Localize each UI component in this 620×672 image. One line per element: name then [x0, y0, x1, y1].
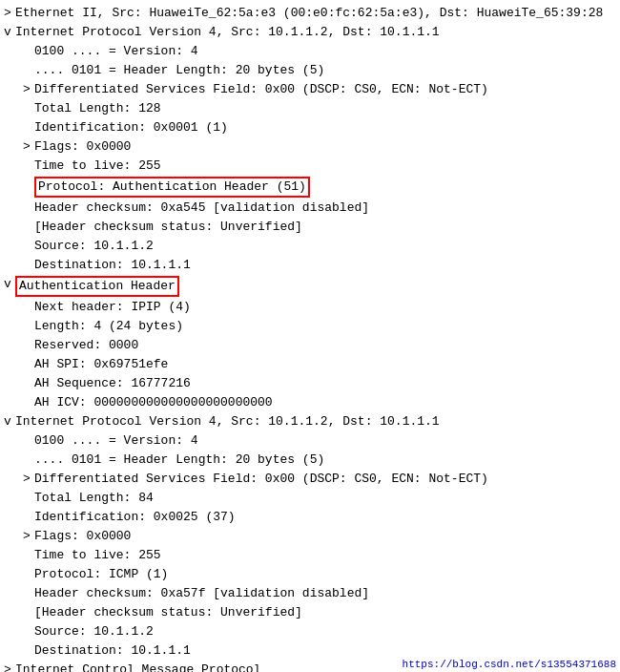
- tree-line[interactable]: vAuthentication Header: [0, 275, 620, 298]
- tree-label: Authentication Header: [15, 276, 179, 297]
- tree-line[interactable]: Protocol: ICMP (1): [0, 565, 620, 584]
- tree-toggle[interactable]: >: [23, 138, 34, 156]
- indent-spacer: [0, 238, 23, 255]
- indent-spacer: [0, 337, 23, 354]
- tree-line[interactable]: Identification: 0x0025 (37): [0, 508, 620, 527]
- indent-spacer: [0, 158, 23, 175]
- tree-label: [Header checksum status: Unverified]: [34, 604, 302, 621]
- tree-line[interactable]: Destination: 10.1.1.1: [0, 641, 620, 661]
- tree-line[interactable]: vInternet Protocol Version 4, Src: 10.1.…: [0, 412, 620, 431]
- indent-spacer: [0, 623, 23, 640]
- indent-spacer: [0, 452, 23, 469]
- indent-spacer: [0, 432, 23, 450]
- indent-spacer: [0, 566, 23, 583]
- tree-line[interactable]: Time to live: 255: [0, 546, 620, 565]
- indent-spacer: [0, 471, 23, 488]
- indent-spacer: [0, 219, 23, 236]
- tree-line[interactable]: Next header: IPIP (4): [0, 298, 620, 317]
- tree-line[interactable]: Header checksum: 0xa545 [validation disa…: [0, 199, 620, 218]
- tree-label: Internet Protocol Version 4, Src: 10.1.1…: [15, 413, 440, 430]
- tree-label: Protocol: ICMP (1): [34, 566, 168, 583]
- tree-label: Identification: 0x0025 (37): [34, 509, 236, 526]
- tree-line[interactable]: AH Sequence: 16777216: [0, 374, 620, 393]
- tree-toggle[interactable]: >: [4, 5, 15, 22]
- tree-label: Time to live: 255: [34, 158, 161, 175]
- tree-label: AH SPI: 0x69751efe: [34, 356, 168, 373]
- tree-line[interactable]: >Flags: 0x0000: [0, 527, 620, 546]
- tree-line[interactable]: 0100 .... = Version: 4: [0, 42, 620, 61]
- tree-toggle[interactable]: v: [4, 413, 15, 430]
- indent-spacer: [0, 318, 23, 335]
- tree-toggle[interactable]: v: [4, 276, 15, 293]
- tree-line[interactable]: >Ethernet II, Src: HuaweiTe_62:5a:e3 (00…: [0, 4, 620, 23]
- tree-line[interactable]: Header checksum: 0xa57f [validation disa…: [0, 584, 620, 603]
- highlighted-label: Protocol: Authentication Header (51): [34, 177, 310, 198]
- indent-spacer: [0, 177, 23, 194]
- tree-line[interactable]: 0100 .... = Version: 4: [0, 431, 620, 451]
- indent-spacer: [0, 509, 23, 526]
- tree-label: Destination: 10.1.1.1: [34, 257, 191, 274]
- tree-label: Identification: 0x0001 (1): [34, 119, 228, 136]
- tree-label: Protocol: Authentication Header (51): [34, 177, 310, 198]
- tree-line[interactable]: Identification: 0x0001 (1): [0, 118, 620, 137]
- indent-spacer: [0, 528, 23, 545]
- tree-label: Internet Control Message Protocol: [15, 662, 260, 672]
- tree-line[interactable]: AH SPI: 0x69751efe: [0, 355, 620, 374]
- tree-line[interactable]: Protocol: Authentication Header (51): [0, 176, 620, 199]
- tree-line[interactable]: >Flags: 0x0000: [0, 137, 620, 157]
- tree-label: Flags: 0x0000: [34, 528, 131, 545]
- indent-spacer: [0, 490, 23, 507]
- tree-line[interactable]: Total Length: 84: [0, 489, 620, 508]
- tree-label: Total Length: 84: [34, 490, 154, 507]
- tree-line[interactable]: Time to live: 255: [0, 157, 620, 176]
- tree-line[interactable]: [Header checksum status: Unverified]: [0, 218, 620, 237]
- tree-label: Header checksum: 0xa57f [validation disa…: [34, 585, 369, 602]
- tree-label: Internet Protocol Version 4, Src: 10.1.1…: [15, 24, 440, 41]
- indent-spacer: [0, 257, 23, 274]
- tree-label: Differentiated Services Field: 0x00 (DSC…: [34, 471, 488, 488]
- tree-label: Length: 4 (24 bytes): [34, 318, 183, 335]
- url-bar: https://blog.csdn.net/s13554371688: [403, 659, 616, 670]
- indent-spacer: [0, 642, 23, 660]
- tree-line[interactable]: Total Length: 128: [0, 99, 620, 118]
- indent-spacer: [0, 604, 23, 621]
- tree-line[interactable]: Source: 10.1.1.2: [0, 237, 620, 256]
- tree-label: Header checksum: 0xa545 [validation disa…: [34, 200, 369, 217]
- tree-toggle[interactable]: >: [4, 662, 15, 672]
- tree-label: Destination: 10.1.1.1: [34, 642, 191, 660]
- indent-spacer: [0, 119, 23, 136]
- highlighted-label: Authentication Header: [15, 276, 179, 297]
- indent-spacer: [0, 547, 23, 564]
- tree-toggle[interactable]: >: [23, 81, 34, 98]
- tree-toggle[interactable]: >: [23, 471, 34, 488]
- indent-spacer: [0, 43, 23, 60]
- tree-line[interactable]: .... 0101 = Header Length: 20 bytes (5): [0, 451, 620, 470]
- indent-spacer: [0, 62, 23, 79]
- tree-label: .... 0101 = Header Length: 20 bytes (5): [34, 62, 324, 79]
- tree-line[interactable]: Reserved: 0000: [0, 336, 620, 355]
- tree-line[interactable]: vInternet Protocol Version 4, Src: 10.1.…: [0, 23, 620, 42]
- tree-label: Reserved: 0000: [34, 337, 138, 354]
- tree-line[interactable]: >Differentiated Services Field: 0x00 (DS…: [0, 470, 620, 489]
- indent-spacer: [0, 585, 23, 602]
- tree-label: Ethernet II, Src: HuaweiTe_62:5a:e3 (00:…: [15, 5, 603, 22]
- tree-label: [Header checksum status: Unverified]: [34, 219, 302, 236]
- indent-spacer: [0, 138, 23, 156]
- tree-line[interactable]: [Header checksum status: Unverified]: [0, 603, 620, 622]
- tree-label: Flags: 0x0000: [34, 138, 131, 156]
- indent-spacer: [0, 394, 23, 411]
- tree-line[interactable]: Destination: 10.1.1.1: [0, 256, 620, 275]
- tree-label: Source: 10.1.1.2: [34, 238, 154, 255]
- tree-line[interactable]: >Differentiated Services Field: 0x00 (DS…: [0, 80, 620, 99]
- tree-toggle[interactable]: >: [23, 528, 34, 545]
- packet-tree: >Ethernet II, Src: HuaweiTe_62:5a:e3 (00…: [0, 0, 620, 672]
- tree-label: Source: 10.1.1.2: [34, 623, 154, 640]
- tree-line[interactable]: Source: 10.1.1.2: [0, 622, 620, 641]
- indent-spacer: [0, 100, 23, 117]
- tree-label: 0100 .... = Version: 4: [34, 43, 198, 60]
- tree-line[interactable]: Length: 4 (24 bytes): [0, 317, 620, 336]
- tree-toggle[interactable]: v: [4, 24, 15, 41]
- tree-label: 0100 .... = Version: 4: [34, 432, 198, 450]
- tree-line[interactable]: .... 0101 = Header Length: 20 bytes (5): [0, 61, 620, 80]
- tree-line[interactable]: AH ICV: 000000000000000000000000: [0, 393, 620, 412]
